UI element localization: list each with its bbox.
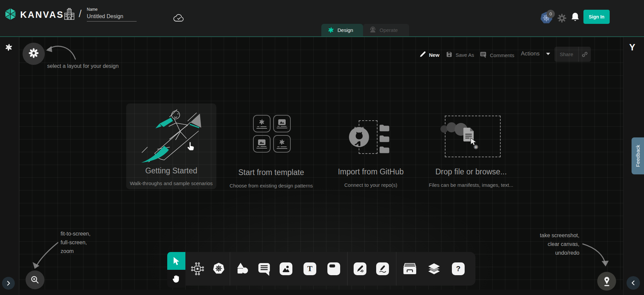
template-tile-image-icon: [253, 135, 271, 153]
logo-text: KANVAS: [20, 10, 64, 20]
y-sidebar-icon[interactable]: Y: [629, 42, 635, 53]
dropfile-card-title[interactable]: Drop file or browse...: [421, 167, 522, 176]
share-button[interactable]: Share: [554, 47, 591, 62]
image-tool-button[interactable]: [280, 262, 292, 275]
pan-tool-button[interactable]: [167, 270, 185, 288]
share-link-icon: [579, 51, 591, 57]
kanvas-hexagon-icon: [4, 7, 17, 22]
zoom-hint-text: fit-to-screen, full-screen, zoom: [61, 229, 91, 256]
new-design-button[interactable]: New: [420, 51, 439, 58]
left-edge-panel: [0, 37, 19, 295]
image-icon: [282, 265, 290, 273]
feedback-label: Feedback: [635, 145, 641, 167]
meshery-sidebar-spiral-icon[interactable]: [4, 43, 13, 53]
pencil-tool-button[interactable]: [376, 262, 389, 275]
getting-started-title: Getting Started: [121, 166, 222, 175]
canvas-actions-button[interactable]: [597, 272, 616, 291]
new-design-label: New: [429, 52, 439, 58]
component-circuit-icon: [191, 262, 204, 276]
sign-in-button[interactable]: Sign In: [583, 10, 610, 24]
github-octocat-icon[interactable]: [348, 126, 370, 150]
dock-separator: [396, 252, 396, 286]
actions-dropdown[interactable]: Actions: [521, 50, 550, 57]
context-count-badge[interactable]: 0: [546, 10, 555, 18]
comments-button[interactable]: Comments: [480, 51, 514, 59]
template-tile-design-icon: [253, 115, 271, 132]
magnifier-plus-icon: [30, 275, 40, 285]
getting-started-subtitle: Walk-throughs and sample scenarios: [117, 180, 225, 186]
layers-icon: [428, 262, 440, 275]
text-tool-glyph: T: [307, 264, 312, 273]
drawer-tool-button[interactable]: [403, 263, 417, 276]
design-name-field: Name: [87, 7, 137, 22]
expand-right-panel-button[interactable]: [627, 276, 640, 290]
notifications-bell-icon[interactable]: [571, 12, 580, 24]
tab-operate[interactable]: Operate: [363, 24, 409, 36]
dropfile-card-subtitle: Files can be manifests, images, text...: [417, 182, 525, 188]
component-tool-button[interactable]: [191, 262, 204, 277]
organization-icon[interactable]: [64, 8, 75, 22]
pen-tool-icon: [356, 265, 364, 273]
app-header: KANVAS / Name: [0, 0, 644, 36]
template-card-title[interactable]: Start from template: [221, 168, 322, 177]
cursor-arrow-icon: [172, 256, 180, 266]
help-question-glyph: ?: [456, 264, 460, 273]
design-name-label: Name: [87, 7, 137, 12]
canvas-bottom-band: [19, 290, 623, 295]
actions-label: Actions: [521, 50, 540, 57]
design-name-input[interactable]: [87, 13, 137, 22]
plus-badge-icon: +: [473, 144, 479, 150]
text-tool-button[interactable]: T: [303, 262, 316, 275]
dock-separator: [230, 252, 230, 286]
note-icon: [329, 264, 335, 267]
pen-tool-button[interactable]: [354, 262, 366, 275]
breadcrumb-separator: /: [79, 8, 81, 19]
save-as-button[interactable]: Save As: [446, 51, 474, 59]
expand-left-panel-button[interactable]: [2, 277, 15, 290]
note-tool-button[interactable]: [327, 262, 340, 275]
cloud-saved-icon: [173, 13, 185, 24]
dock-separator: [347, 252, 348, 286]
tab-design[interactable]: Design: [321, 24, 363, 36]
kubernetes-helm-icon: [212, 262, 225, 275]
github-card-title[interactable]: Import from GitHub: [320, 167, 421, 176]
settings-gear-icon[interactable]: [557, 13, 567, 24]
kubernetes-tool-button[interactable]: [212, 262, 225, 276]
folder-icon: [379, 134, 390, 144]
hand-icon: [172, 274, 181, 284]
select-tool-button[interactable]: [167, 252, 185, 270]
comments-label: Comments: [490, 52, 514, 58]
layers-tool-button[interactable]: [428, 262, 440, 277]
share-label: Share: [554, 51, 578, 57]
kanvas-logo[interactable]: KANVAS: [4, 7, 64, 22]
template-card[interactable]: [253, 115, 291, 153]
kanvas-app: KANVAS / Name: [0, 0, 644, 295]
template-tile-design-icon: [273, 135, 291, 153]
meshery-spiral-icon: [327, 27, 334, 34]
tab-design-label: Design: [337, 27, 353, 33]
operator-headset-icon: [369, 26, 377, 34]
layout-selector-button[interactable]: [23, 43, 45, 65]
help-tool-button[interactable]: ?: [452, 262, 465, 275]
comment-tool-icon: [258, 262, 271, 276]
pen-nib-icon: [602, 276, 611, 287]
feedback-tab[interactable]: Feedback: [632, 137, 644, 174]
folder-icon: [379, 124, 390, 133]
layout-hint-text: select a layout for your design: [47, 63, 119, 69]
comment-tool-button[interactable]: [258, 262, 271, 277]
shapes-tool-button[interactable]: [236, 262, 249, 277]
save-as-label: Save As: [456, 52, 474, 58]
hand-cursor-pointer: [186, 140, 196, 154]
shapes-icon: [236, 262, 249, 276]
zoom-controls-button[interactable]: [26, 270, 44, 289]
chevron-down-icon: [546, 53, 550, 55]
comment-bubble-icon: [480, 51, 487, 59]
folder-icon: [379, 145, 390, 155]
github-card-subtitle: Connect to your repo(s): [317, 182, 425, 188]
rocket-rider-illustration: [137, 107, 211, 165]
pencil-sketch-icon: [379, 265, 387, 273]
chevron-right-icon: [5, 280, 12, 287]
template-card-subtitle: Choose from existing design patterns: [217, 183, 325, 188]
chevron-left-icon: [630, 280, 637, 286]
screenshot-hint-text: take screenshot, clear canvas, undo/redo: [509, 231, 579, 257]
